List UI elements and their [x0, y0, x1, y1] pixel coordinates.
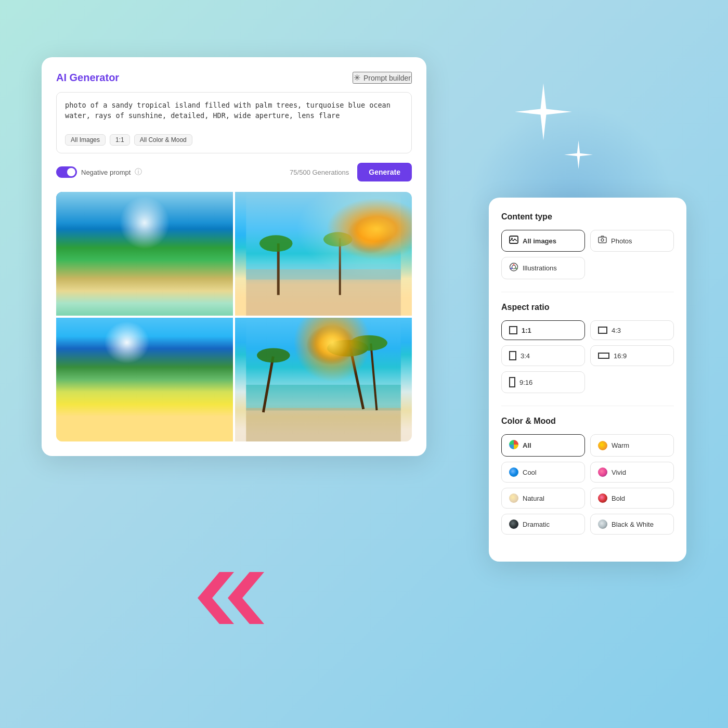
- svg-point-1: [129, 205, 160, 236]
- svg-rect-31: [349, 348, 365, 409]
- mood-dramatic-label: Dramatic: [523, 521, 550, 528]
- svg-rect-30: [246, 408, 401, 441]
- svg-rect-26: [67, 403, 222, 441]
- svg-rect-7: [171, 228, 177, 274]
- svg-point-14: [259, 235, 292, 252]
- mood-bold-label: Bold: [612, 495, 625, 502]
- mood-dramatic[interactable]: Dramatic: [501, 514, 585, 535]
- svg-rect-15: [339, 238, 341, 295]
- mood-bold-icon: [598, 493, 607, 503]
- svg-rect-17: [67, 318, 222, 441]
- color-mood-title: Color & Mood: [501, 417, 674, 426]
- mood-dramatic-icon: [509, 519, 518, 529]
- svg-rect-29: [246, 385, 401, 411]
- ai-generator-card: AI Generator ✳ Prompt builder photo of a…: [42, 57, 426, 456]
- content-type-all-images[interactable]: All images: [501, 230, 585, 252]
- illustrations-icon: [509, 263, 518, 274]
- mood-cool[interactable]: Cool: [501, 462, 585, 483]
- ratio-16-9-icon: [598, 353, 609, 359]
- svg-rect-22: [88, 343, 99, 410]
- svg-rect-11: [246, 269, 401, 316]
- sparkle-large-icon: [515, 83, 572, 140]
- mood-all-icon: [509, 440, 518, 451]
- aspect-ratio-options: 1:1 4:3 3:4 16:9 9:16: [501, 320, 674, 393]
- mood-all[interactable]: All: [501, 434, 585, 457]
- divider-1: [501, 292, 674, 292]
- svg-point-36: [257, 348, 290, 363]
- svg-point-42: [512, 265, 516, 269]
- ratio-9-16-icon: [509, 377, 515, 387]
- svg-rect-24: [173, 348, 189, 409]
- svg-point-45: [511, 268, 512, 269]
- info-icon[interactable]: ⓘ: [135, 167, 142, 177]
- grid-image-3: [56, 318, 233, 441]
- sparkle-small-icon: [564, 140, 593, 169]
- grid-image-2: [235, 192, 412, 316]
- prompt-builder-icon: ✳: [354, 73, 360, 83]
- ratio-1-1-icon: [509, 326, 517, 334]
- content-type-options: All images Photos Illustrations: [501, 230, 674, 279]
- illustrations-label: Illustrations: [523, 264, 557, 272]
- mood-natural-label: Natural: [523, 495, 544, 502]
- aspect-ratio-16-9[interactable]: 16:9: [590, 345, 674, 366]
- svg-rect-9: [246, 192, 401, 316]
- prompt-box: photo of a sandy tropical island filled …: [56, 92, 412, 153]
- svg-point-2: [114, 207, 176, 233]
- tag-all-images[interactable]: All Images: [65, 134, 106, 146]
- mood-warm-icon: [598, 441, 607, 450]
- chevrons-decoration: [198, 572, 264, 624]
- image-grid: [56, 192, 412, 441]
- generate-row: 75/500 Generations Generate: [290, 163, 412, 181]
- toggle-knob: [67, 168, 75, 176]
- svg-point-32: [327, 340, 368, 357]
- svg-point-21: [56, 345, 91, 361]
- mood-cool-icon: [509, 467, 518, 477]
- mood-warm[interactable]: Warm: [590, 434, 674, 457]
- negative-prompt-label: Negative prompt: [81, 168, 131, 176]
- svg-point-40: [601, 239, 604, 241]
- svg-rect-13: [277, 243, 280, 295]
- svg-rect-12: [246, 264, 401, 280]
- mood-natural[interactable]: Natural: [501, 488, 585, 509]
- aspect-ratio-4-3[interactable]: 4:3: [590, 320, 674, 340]
- aspect-ratio-1-1[interactable]: 1:1: [501, 320, 585, 340]
- svg-rect-27: [246, 318, 401, 441]
- ratio-9-16-label: 9:16: [519, 379, 532, 386]
- tag-color-mood[interactable]: All Color & Mood: [134, 134, 192, 146]
- svg-rect-20: [72, 354, 89, 409]
- content-type-illustrations[interactable]: Illustrations: [501, 257, 585, 279]
- photos-label: Photos: [611, 237, 632, 245]
- app-title: AI Generator: [56, 72, 119, 84]
- mood-bold[interactable]: Bold: [590, 488, 674, 509]
- mood-vivid[interactable]: Vivid: [590, 462, 674, 483]
- ratio-4-3-icon: [598, 327, 607, 334]
- svg-point-19: [103, 333, 155, 354]
- aspect-ratio-9-16[interactable]: 9:16: [501, 371, 585, 393]
- ratio-3-4-icon: [509, 351, 516, 360]
- svg-point-6: [110, 215, 146, 233]
- aspect-ratio-3-4[interactable]: 3:4: [501, 345, 585, 366]
- content-type-photos[interactable]: Photos: [590, 230, 674, 252]
- svg-rect-10: [246, 192, 401, 316]
- svg-point-25: [171, 340, 206, 356]
- prompt-builder-button[interactable]: ✳ Prompt builder: [353, 72, 412, 84]
- ratio-1-1-label: 1:1: [522, 327, 531, 334]
- mood-vivid-icon: [598, 467, 607, 477]
- controls-row: Negative prompt ⓘ 75/500 Generations Gen…: [56, 163, 412, 181]
- negative-prompt-row: Negative prompt ⓘ: [56, 166, 142, 178]
- photos-icon: [598, 236, 607, 246]
- svg-point-23: [69, 336, 105, 352]
- svg-point-4: [76, 225, 108, 241]
- svg-point-8: [155, 222, 184, 237]
- mood-black-white[interactable]: Black & White: [590, 514, 674, 535]
- generate-button[interactable]: Generate: [357, 163, 412, 181]
- tag-ratio[interactable]: 1:1: [110, 134, 130, 146]
- mood-natural-icon: [509, 493, 518, 503]
- side-panel: Content type All images Photos Illustrat…: [489, 198, 686, 562]
- mood-bw-icon: [598, 519, 607, 529]
- svg-point-34: [350, 335, 387, 351]
- mood-cool-label: Cool: [523, 469, 537, 476]
- mood-warm-label: Warm: [612, 441, 629, 449]
- negative-prompt-toggle[interactable]: [56, 166, 77, 178]
- prompt-textarea[interactable]: photo of a sandy tropical island filled …: [65, 100, 403, 127]
